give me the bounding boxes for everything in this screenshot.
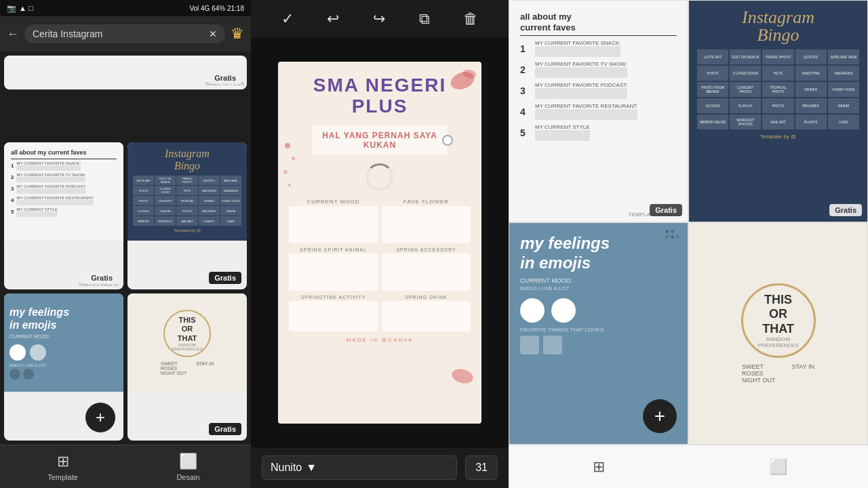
- bingo-title: InstagramBingo: [165, 148, 210, 171]
- camera-icon: 📷: [7, 4, 16, 13]
- close-icon[interactable]: ✕: [209, 28, 217, 39]
- spirit-label: SPRING SPIRIT ANIMAL: [289, 247, 378, 252]
- canvas-footer: MADE IN @CANVA: [278, 337, 481, 343]
- bingo-grid: LATTE ARTFEET ON BEACHTRAVEL PHOTOQUOTES…: [133, 176, 241, 226]
- bingo-card-content: InstagramBingo LATTE ARTFEET ON BEACHTRA…: [127, 142, 247, 241]
- search-label: Cerita Instagram: [33, 28, 102, 39]
- right-bingo-content: InstagramBingo LATTE ARTFEET ON BEACHTRA…: [689, 1, 867, 222]
- right-bottom-nav: ⊞ ⬜: [509, 445, 868, 488]
- template-card-this-or-that[interactable]: THISORTHAT RANDOMPREFERENCES SWEETROSESN…: [127, 293, 247, 441]
- right-faves-title: all about mycurrent faves: [520, 12, 677, 33]
- right-card-bingo[interactable]: InstagramBingo LATTE ARTFEET ON BEACHTRA…: [688, 0, 868, 222]
- activity-box[interactable]: [289, 301, 378, 331]
- accessory-label: SPRING ACCESSORY: [382, 247, 471, 252]
- top-right-deco-svg: [435, 67, 476, 101]
- check-button[interactable]: ✓: [281, 10, 294, 28]
- loading-spinner: [366, 163, 393, 190]
- status-icons: ▲ □: [19, 4, 33, 12]
- chevron-down-icon: ▼: [306, 462, 317, 474]
- right-panel: all about mycurrent faves 1MY CURRENT FA…: [509, 0, 868, 488]
- design-label: Desain: [176, 473, 199, 481]
- svg-point-2: [450, 367, 475, 386]
- drink-box[interactable]: [382, 301, 471, 331]
- template-card-emojis[interactable]: my feelingsin emojis CURRENT MOOD: EMOJI…: [4, 293, 123, 441]
- right-template-icon: ⊞: [593, 458, 605, 476]
- editor-toolbar: ✓ ↩ ↪ ⧉ 🗑: [251, 0, 509, 38]
- right-emojis-title: my feelingsin emojis: [520, 234, 677, 273]
- right-card-faves[interactable]: all about mycurrent faves 1MY CURRENT FA…: [509, 0, 688, 222]
- template-card-bingo[interactable]: InstagramBingo LATTE ARTFEET ON BEACHTRA…: [127, 142, 247, 289]
- mood-label: CURRENT MOOD: [289, 199, 378, 205]
- right-gratis-faves: Gratis: [650, 204, 682, 216]
- faves-title: all about my current faves: [11, 149, 117, 157]
- status-info: Vol 4G 64% 21:18: [189, 5, 244, 12]
- redo-button[interactable]: ↪: [373, 10, 385, 28]
- nav-template[interactable]: ⊞ Template: [0, 445, 125, 488]
- gratis-badge-faves: Gratis: [85, 272, 118, 284]
- gratis-badge: Gratis: [209, 72, 241, 84]
- spirit-box[interactable]: [289, 253, 378, 291]
- mood-box[interactable]: [289, 206, 378, 243]
- right-tot-content: THISORTHAT RANDOMPREFERENCES SWEETROSESN…: [689, 223, 867, 444]
- left-panel: 📷 ▲ □ Vol 4G 64% 21:18 ← Cerita Instagra…: [0, 0, 251, 488]
- nav-design[interactable]: ⬜ Desain: [125, 445, 251, 488]
- canvas-area: SMA NEGERIPLUS HAL YANG PERNAH SAYA KUKA…: [251, 38, 509, 447]
- undo-button[interactable]: ↩: [327, 10, 339, 28]
- emojis-card-content: my feelingsin emojis CURRENT MOOD: EMOJI…: [4, 293, 123, 392]
- font-selector[interactable]: Nunito ▼: [262, 455, 457, 480]
- flower-label: FAVE FLOWER: [382, 199, 471, 205]
- gratis-badge-tot: Gratis: [209, 423, 241, 435]
- bottom-toolbar: Nunito ▼ 31: [251, 447, 509, 488]
- center-panel: ✓ ↩ ↪ ⧉ 🗑 SMA N: [251, 0, 509, 488]
- copy-button[interactable]: ⧉: [419, 10, 430, 28]
- tot-card-content: THISORTHAT RANDOMPREFERENCES SWEETROSESN…: [127, 293, 247, 392]
- bottom-nav: ⊞ Template ⬜ Desain: [0, 445, 251, 488]
- right-faves-content: all about mycurrent faves 1MY CURRENT FA…: [509, 1, 688, 222]
- right-nav-design[interactable]: ⬜: [688, 445, 868, 488]
- gratis-badge-bingo: Gratis: [209, 272, 241, 284]
- design-icon: ⬜: [179, 453, 197, 470]
- status-bar: 📷 ▲ □ Vol 4G 64% 21:18: [0, 0, 251, 16]
- right-template-grid: all about mycurrent faves 1MY CURRENT FA…: [509, 0, 868, 445]
- right-design-icon: ⬜: [769, 458, 787, 476]
- faves-card-content: all about my current faves 1MY CURRENT F…: [4, 142, 123, 241]
- emojis-title: my feelingsin emojis: [9, 306, 118, 331]
- nav-bar: ← Cerita Instagram ✕ ♛: [0, 16, 251, 52]
- template-card-top-faves[interactable]: MADE IN PLUS Gratis: [4, 56, 247, 89]
- right-gratis-bingo: Gratis: [829, 204, 862, 216]
- right-bingo-grid: LATTE ARTFEET ON BEACHTRAVEL PHOTOQUOTES…: [697, 49, 859, 129]
- template-icon: ⊞: [57, 453, 69, 470]
- tot-circle: THISORTHAT RANDOMPREFERENCES: [163, 310, 211, 357]
- font-size-box[interactable]: 31: [465, 455, 498, 480]
- right-card-tot[interactable]: THISORTHAT RANDOMPREFERENCES SWEETROSESN…: [688, 222, 868, 445]
- font-name: Nunito: [271, 462, 302, 474]
- crown-icon: ♛: [231, 25, 244, 43]
- canvas-text-box[interactable]: HAL YANG PERNAH SAYA KUKAN: [312, 125, 448, 155]
- delete-button[interactable]: 🗑: [463, 10, 478, 28]
- accessory-box[interactable]: [382, 253, 471, 291]
- flower-box[interactable]: [382, 206, 471, 243]
- drink-label: SPRING DRINK: [382, 295, 471, 300]
- template-label: Template: [47, 473, 78, 481]
- back-icon: ←: [7, 27, 19, 41]
- text-box-handle[interactable]: [442, 135, 453, 146]
- right-bingo-title: InstagramBingo: [742, 9, 814, 44]
- template-grid: MADE IN PLUS Gratis all about my current…: [0, 52, 251, 445]
- activity-label: SPRINGTIME ACTIVITY: [289, 295, 378, 300]
- template-card-faves[interactable]: all about my current faves 1MY CURRENT F…: [4, 142, 123, 289]
- search-bar[interactable]: Cerita Instagram ✕: [24, 24, 225, 43]
- design-canvas[interactable]: SMA NEGERIPLUS HAL YANG PERNAH SAYA KUKA…: [278, 62, 481, 424]
- status-left: 📷 ▲ □: [7, 4, 33, 13]
- bottom-right-deco-svg: [442, 363, 476, 390]
- right-card-emojis[interactable]: my feelingsin emojis CURRENT MOOD: EMOJI…: [509, 222, 688, 445]
- status-right: Vol 4G 64% 21:18: [189, 5, 244, 12]
- back-button[interactable]: ←: [7, 27, 19, 41]
- add-button[interactable]: +: [85, 403, 115, 432]
- right-add-button[interactable]: +: [643, 399, 677, 433]
- right-tot-circle: THISORTHAT RANDOMPREFERENCES: [741, 283, 816, 358]
- canvas-text-content: HAL YANG PERNAH SAYA KUKAN: [317, 131, 442, 150]
- font-size: 31: [475, 462, 488, 473]
- right-nav-template[interactable]: ⊞: [509, 445, 688, 488]
